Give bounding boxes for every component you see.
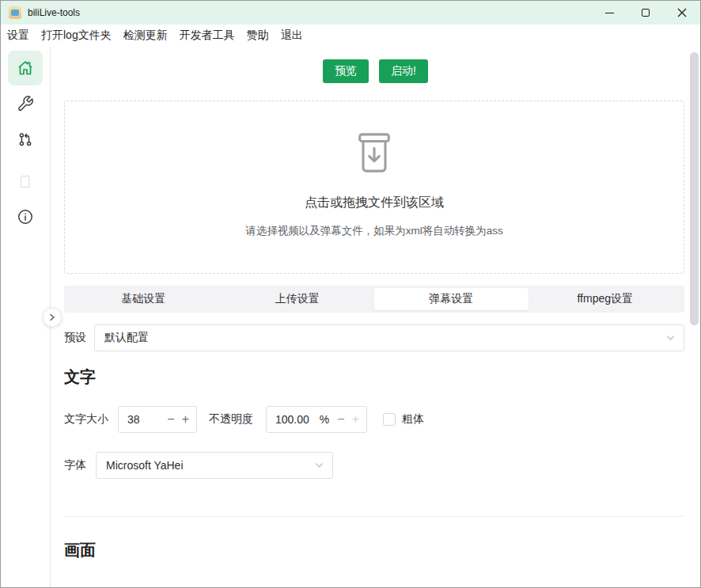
settings-tabs: 基础设置 上传设置 弹幕设置 ffmpeg设置 xyxy=(64,286,684,313)
cut-icon xyxy=(16,172,35,191)
dropzone-title: 点击或拖拽文件到该区域 xyxy=(305,195,444,211)
menu-open-log-folder[interactable]: 打开log文件夹 xyxy=(41,28,112,43)
minimize-icon xyxy=(605,13,614,13)
tab-upload-settings[interactable]: 上传设置 xyxy=(221,288,375,310)
menubar: 设置 打开log文件夹 检测更新 开发者工具 赞助 退出 xyxy=(1,25,700,47)
start-button[interactable]: 启动! xyxy=(379,59,428,83)
dropzone-hint: 请选择视频以及弹幕文件，如果为xml将自动转换为ass xyxy=(245,224,503,238)
opacity-label: 不透明度 xyxy=(209,412,253,427)
chevron-right-icon xyxy=(48,313,56,321)
info-icon xyxy=(17,208,34,226)
opacity-decrement-button[interactable]: − xyxy=(337,413,344,426)
minimize-button[interactable] xyxy=(591,1,627,25)
section-divider xyxy=(64,516,684,517)
window-controls xyxy=(591,1,700,25)
text-controls-row: 文字大小 38 − + 不透明度 100.00 % − + xyxy=(64,406,424,433)
opacity-value: 100.00 xyxy=(275,413,320,426)
preview-button[interactable]: 预览 xyxy=(323,59,369,83)
titlebar: biliLive-tools xyxy=(1,1,700,25)
font-size-label: 文字大小 xyxy=(64,412,108,427)
preset-label: 预设 xyxy=(64,331,86,345)
text-section-heading: 文字 xyxy=(64,366,96,388)
sidebar-item-about[interactable] xyxy=(8,199,43,234)
file-dropzone[interactable]: 点击或拖拽文件到该区域 请选择视频以及弹幕文件，如果为xml将自动转换为ass xyxy=(64,101,684,274)
app-body: 预览 启动! 点击或拖拽文件到该区域 请选择视频以及弹幕文件，如果为xml将自动… xyxy=(1,47,700,587)
preset-row: 预设 默认配置 xyxy=(64,324,684,351)
queue-icon xyxy=(17,131,34,148)
font-family-select[interactable]: Microsoft YaHei xyxy=(96,452,333,479)
main-content: 预览 启动! 点击或拖拽文件到该区域 请选择视频以及弹幕文件，如果为xml将自动… xyxy=(51,47,700,587)
font-family-value: Microsoft YaHei xyxy=(106,459,184,472)
font-family-label: 字体 xyxy=(64,458,86,472)
home-icon xyxy=(16,59,35,78)
opacity-unit: % xyxy=(320,413,329,426)
tab-basic-settings[interactable]: 基础设置 xyxy=(66,288,221,310)
menu-exit[interactable]: 退出 xyxy=(281,28,303,43)
chevron-down-icon xyxy=(665,333,676,343)
menu-settings[interactable]: 设置 xyxy=(7,28,29,43)
app-window: biliLive-tools 设置 打开log文件夹 检测更新 开发者工具 赞助… xyxy=(0,0,701,588)
font-size-value: 38 xyxy=(127,413,167,426)
archive-download-icon xyxy=(350,131,399,174)
actions-row: 预览 启动! xyxy=(51,59,700,83)
menu-devtools[interactable]: 开发者工具 xyxy=(180,28,235,43)
close-icon xyxy=(677,8,687,17)
screen-section-heading: 画面 xyxy=(64,540,96,561)
preset-value: 默认配置 xyxy=(104,331,149,345)
menu-sponsor[interactable]: 赞助 xyxy=(247,28,269,43)
menu-check-update[interactable]: 检测更新 xyxy=(123,28,168,43)
tab-ffmpeg-settings[interactable]: ffmpeg设置 xyxy=(529,288,683,310)
sidebar-item-cut[interactable] xyxy=(8,164,43,199)
maximize-icon xyxy=(642,9,650,17)
font-row: 字体 Microsoft YaHei xyxy=(64,452,333,479)
preset-select[interactable]: 默认配置 xyxy=(94,324,684,351)
opacity-input[interactable]: 100.00 % − + xyxy=(266,406,367,433)
sidebar-item-tools[interactable] xyxy=(8,86,43,121)
bold-checkbox[interactable] xyxy=(383,413,396,426)
sidebar-expander-button[interactable] xyxy=(43,308,62,327)
bold-label: 粗体 xyxy=(402,412,424,427)
close-button[interactable] xyxy=(664,1,700,25)
font-size-input[interactable]: 38 − + xyxy=(118,406,197,433)
window-title: biliLive-tools xyxy=(28,7,80,18)
font-size-increment-button[interactable]: + xyxy=(182,413,189,426)
opacity-increment-button[interactable]: + xyxy=(352,413,359,426)
font-size-decrement-button[interactable]: − xyxy=(167,413,174,426)
tab-danmaku-settings[interactable]: 弹幕设置 xyxy=(374,288,529,310)
maximize-button[interactable] xyxy=(627,1,664,25)
sidebar-item-queue[interactable] xyxy=(8,122,43,157)
chevron-down-icon xyxy=(314,461,324,471)
vertical-scrollbar[interactable] xyxy=(690,52,699,325)
wrench-icon xyxy=(17,95,34,112)
sidebar-item-home[interactable] xyxy=(8,51,43,85)
app-icon xyxy=(9,6,21,19)
